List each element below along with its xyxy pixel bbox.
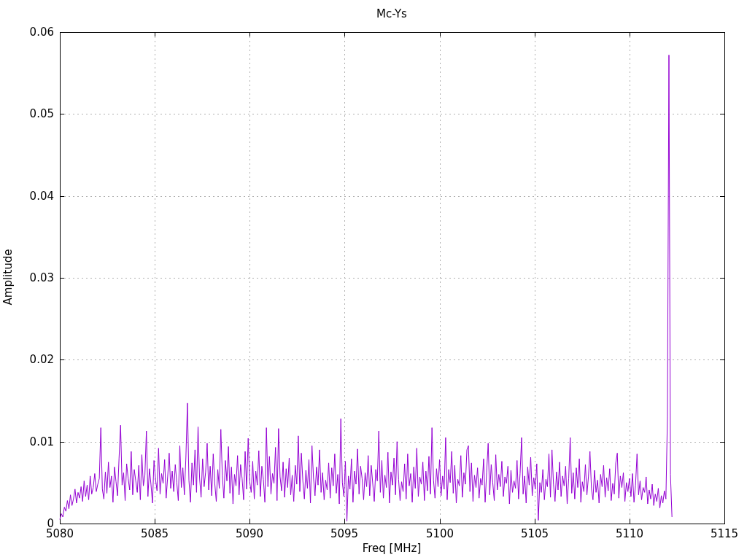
x-axis-label: Freq [MHz] — [319, 542, 465, 554]
x-tick-label: 5105 — [513, 528, 557, 540]
spectrum-plot-canvas — [0, 0, 747, 560]
y-tick-label: 0.06 — [10, 26, 54, 38]
y-tick-label: 0.02 — [10, 354, 54, 365]
y-tick-label: 0.01 — [10, 436, 54, 448]
y-tick-label: 0.05 — [10, 108, 54, 120]
x-tick-label: 5115 — [703, 528, 746, 540]
x-tick-label: 5080 — [38, 528, 82, 540]
x-tick-label: 5085 — [133, 528, 177, 540]
chart-title: Mc-Ys — [319, 8, 465, 20]
x-tick-label: 5090 — [228, 528, 271, 540]
x-tick-label: 5110 — [608, 528, 651, 540]
chart-figure: Mc-Ys Amplitude Freq [MHz] 0 0.01 0.02 0… — [0, 0, 747, 560]
y-tick-label: 0.04 — [10, 190, 54, 202]
x-tick-label: 5095 — [322, 528, 366, 540]
y-tick-label: 0.03 — [10, 272, 54, 284]
x-tick-label: 5100 — [418, 528, 462, 540]
